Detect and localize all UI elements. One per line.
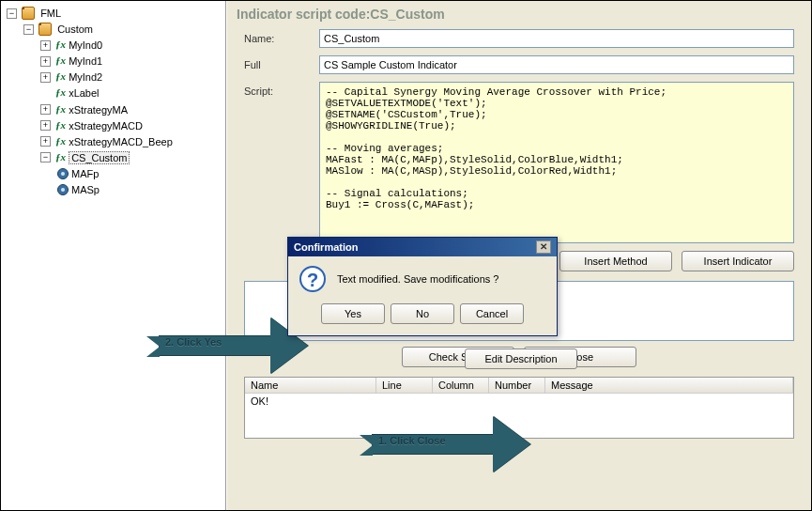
fx-icon: ƒx [55, 135, 66, 147]
fx-icon: ƒx [55, 86, 66, 98]
question-icon: ? [299, 266, 326, 292]
tree-icon [22, 7, 35, 20]
gear-icon [57, 168, 69, 179]
tree-item-selected[interactable]: − ƒx CS_Custom MAFp MASp [40, 149, 225, 197]
tree-child-label: MAFp [71, 168, 99, 179]
tree-item[interactable]: + ƒx MyInd2 [40, 69, 225, 85]
tree-item-label: MyInd2 [69, 71, 102, 83]
grid-row: OK! [245, 394, 793, 409]
tree-item[interactable]: ƒx xLabel [40, 85, 225, 101]
expand-icon[interactable]: + [40, 56, 51, 67]
tree-item-label: xStrategyMACD_Beep [69, 136, 173, 147]
full-input[interactable] [319, 55, 794, 74]
confirmation-dialog: Confirmation ✕ ? Text modified. Save mod… [287, 237, 558, 336]
annotation-arrow-1: 1. Click Close [372, 416, 530, 472]
expand-icon[interactable]: + [40, 72, 51, 83]
tree-item[interactable]: + ƒx xStrategyMACD_Beep [40, 133, 225, 149]
no-button[interactable]: No [391, 303, 454, 324]
tree-item[interactable]: + ƒx xStrategyMACD [40, 117, 225, 133]
tree-custom-label: Custom [57, 23, 93, 35]
fx-icon: ƒx [55, 70, 66, 82]
full-label: Full [244, 55, 319, 74]
fx-icon: ƒx [55, 151, 66, 163]
yes-button[interactable]: Yes [321, 303, 385, 324]
tree-custom[interactable]: − Custom + ƒx MyInd0 + ƒx MyInd1 + ƒx My… [23, 21, 225, 197]
insert-method-button[interactable]: Insert Method [559, 251, 672, 271]
expand-icon[interactable]: + [40, 40, 51, 51]
script-textarea[interactable]: -- Capital Synergy Moving Average Crosso… [319, 82, 794, 243]
tree-item-label: MyInd0 [69, 39, 102, 51]
expand-icon[interactable]: + [40, 104, 51, 115]
tree-item-label: xStrategyMACD [69, 120, 143, 132]
dialog-message: Text modified. Save modifications ? [337, 273, 498, 285]
col-name[interactable]: Name [245, 378, 376, 393]
collapse-icon[interactable]: − [7, 8, 17, 19]
tree-child[interactable]: MASp [57, 181, 225, 197]
close-icon[interactable]: ✕ [536, 240, 551, 254]
dialog-titlebar[interactable]: Confirmation ✕ [288, 238, 557, 256]
tree-root[interactable]: − FML − Custom + ƒx MyInd0 + ƒx MyInd1 +… [7, 5, 225, 197]
annotation-text: 2. Click Yes [165, 336, 222, 348]
col-number[interactable]: Number [489, 378, 545, 393]
expand-icon[interactable]: + [40, 136, 51, 147]
name-label: Name: [244, 29, 319, 48]
fx-icon: ƒx [55, 54, 66, 66]
collapse-icon[interactable]: − [40, 152, 51, 163]
tree-item-label: xLabel [69, 88, 99, 100]
insert-indicator-button[interactable]: Insert Indicator [682, 251, 794, 271]
annotation-text: 1. Click Close [378, 435, 446, 446]
tree-child[interactable]: MAFp [57, 165, 225, 181]
tree-item[interactable]: + ƒx MyInd0 [40, 37, 225, 53]
collapse-icon[interactable]: − [23, 24, 34, 35]
cancel-button[interactable]: Cancel [460, 303, 524, 324]
tree-item-label: CS_Custom [69, 151, 130, 164]
annotation-arrow-2: 2. Click Yes [159, 317, 308, 374]
name-input[interactable] [319, 29, 794, 48]
tree-item-label: MyInd1 [69, 55, 102, 67]
fx-icon: ƒx [55, 119, 66, 131]
tree-root-label: FML [40, 8, 61, 19]
tree-icon [38, 23, 52, 36]
script-label: Script: [244, 82, 319, 243]
edit-description-button[interactable]: Edit Description [465, 348, 577, 369]
tree-item[interactable]: + ƒx MyInd1 [40, 53, 225, 69]
dialog-title: Confirmation [294, 241, 358, 253]
tree-item[interactable]: + ƒx xStrategyMA [40, 101, 225, 117]
col-line[interactable]: Line [376, 378, 433, 393]
grid-header: Name Line Column Number Message [245, 378, 793, 394]
col-message[interactable]: Message [545, 378, 793, 393]
col-column[interactable]: Column [433, 378, 489, 393]
tree-item-label: xStrategyMA [69, 104, 128, 116]
app-frame: − FML − Custom + ƒx MyInd0 + ƒx MyInd1 +… [0, 0, 812, 511]
tree-panel: − FML − Custom + ƒx MyInd0 + ƒx MyInd1 +… [1, 1, 226, 510]
fx-icon: ƒx [55, 39, 66, 50]
tree-child-label: MASp [71, 184, 100, 195]
spacer [40, 88, 51, 99]
gear-icon [57, 184, 69, 195]
expand-icon[interactable]: + [40, 120, 51, 131]
fx-icon: ƒx [55, 103, 66, 115]
panel-title: Indicator script code:CS_Custom [227, 1, 811, 29]
